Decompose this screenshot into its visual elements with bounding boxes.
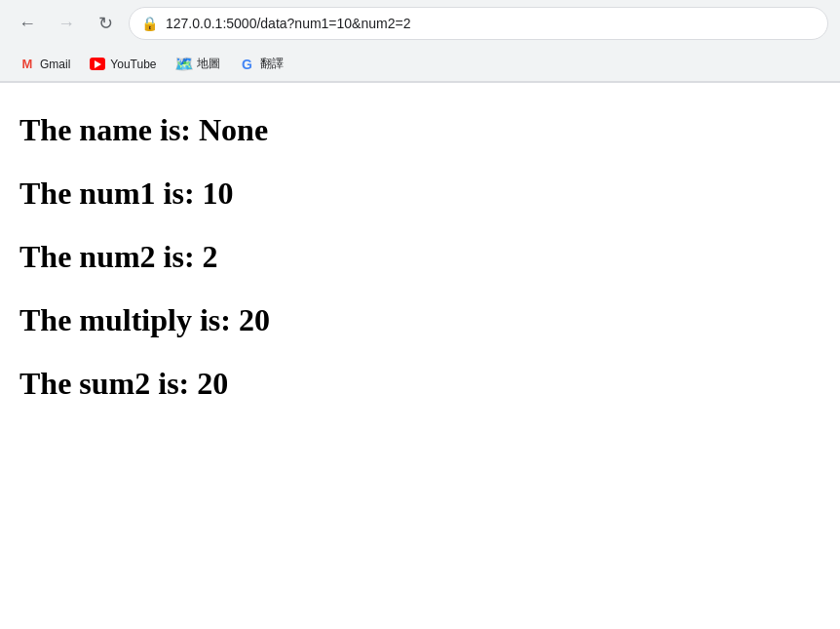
youtube-icon	[90, 57, 105, 72]
maps-icon: 🗺️	[176, 57, 192, 72]
content-line-sum2: The sum2 is: 20	[19, 366, 821, 402]
content-line-multiply: The multiply is: 20	[19, 302, 821, 338]
page-content: The name is: None The num1 is: 10 The nu…	[0, 83, 840, 458]
back-button[interactable]: ←	[12, 8, 43, 39]
bookmark-gmail[interactable]: M Gmail	[12, 53, 78, 76]
address-bar[interactable]: 🔒 127.0.0.1:5000/data?num1=10&num2=2	[129, 7, 828, 40]
bookmark-translate[interactable]: G 翻譯	[232, 52, 291, 76]
gmail-icon: M	[19, 57, 35, 72]
url-text: 127.0.0.1:5000/data?num1=10&num2=2	[166, 16, 410, 31]
content-line-num2: The num2 is: 2	[19, 239, 821, 275]
content-line-name: The name is: None	[19, 112, 821, 148]
bookmark-maps-label: 地圖	[197, 56, 220, 72]
reload-button[interactable]: ↻	[90, 8, 121, 39]
bookmark-gmail-label: Gmail	[40, 58, 70, 71]
bookmark-translate-label: 翻譯	[260, 56, 284, 72]
nav-bar: ← → ↻ 🔒 127.0.0.1:5000/data?num1=10&num2…	[0, 0, 840, 47]
browser-chrome: ← → ↻ 🔒 127.0.0.1:5000/data?num1=10&num2…	[0, 0, 840, 83]
translate-icon: G	[240, 57, 255, 72]
bookmarks-bar: M Gmail YouTube 🗺️ 地圖 G 翻譯	[0, 47, 840, 82]
content-line-num1: The num1 is: 10	[19, 176, 821, 212]
bookmark-youtube[interactable]: YouTube	[82, 53, 164, 76]
forward-button[interactable]: →	[51, 8, 82, 39]
bookmark-youtube-label: YouTube	[110, 58, 156, 71]
lock-icon: 🔒	[141, 16, 158, 31]
bookmark-maps[interactable]: 🗺️ 地圖	[169, 52, 228, 76]
